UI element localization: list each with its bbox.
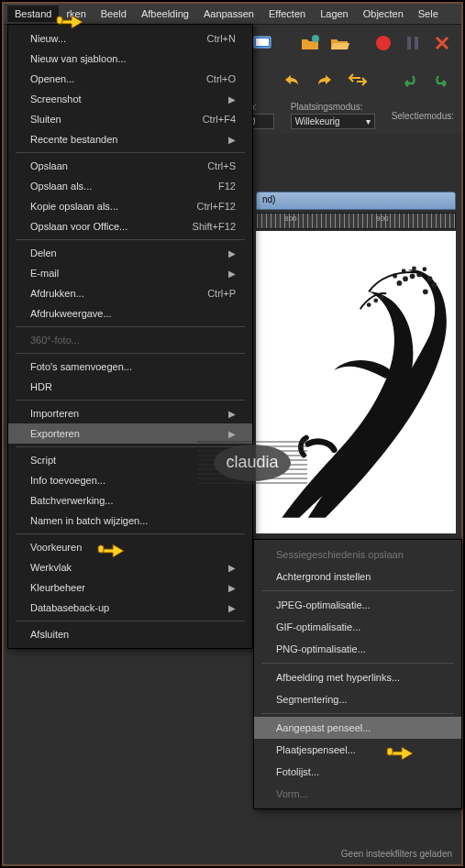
menu-bestand[interactable]: Bestand [7,5,59,22]
menu-separator [16,326,245,327]
menu-item-label: Exporteren [30,428,80,439]
submenu-item[interactable]: Afbeelding met hyperlinks... [254,666,461,688]
svg-point-3 [376,36,391,50]
menu-item[interactable]: Screenshot▶ [8,89,252,109]
menu-item[interactable]: Voorkeuren [8,537,252,557]
undo-alt-icon[interactable] [397,68,421,92]
submenu-item[interactable]: JPEG-optimalisatie... [254,594,461,616]
ruler: 800 900 [256,213,456,229]
submenu-item[interactable]: Aangepast penseel... [254,717,461,739]
menu-item[interactable]: Foto's samenvoegen... [8,357,252,377]
submenu-item: Sessiegeschiedenis opslaan [254,544,461,566]
menu-item[interactable]: Afsluiten [8,624,252,644]
menu-item[interactable]: OpslaanCtrl+S [8,156,252,176]
chevron-right-icon: ▶ [228,563,236,573]
menu-item-label: Opslaan [30,160,68,171]
menu-item-label: Voorkeuren [30,542,82,553]
menu-aanpassen[interactable]: Aanpassen [196,5,261,22]
menu-item[interactable]: HDR [8,377,252,397]
svg-point-17 [367,302,371,307]
menu-item[interactable]: Openen...Ctrl+O [8,69,252,89]
close-icon[interactable] [430,31,454,55]
menu-shortcut: Ctrl+F12 [197,201,237,212]
menu-item-label: Delen [30,247,57,258]
menu-item[interactable]: Importeren▶ [8,403,252,423]
submenu-item[interactable]: PNG-optimalisatie... [254,638,461,660]
menubar: Bestand rken Beeld Afbeelding Aanpassen … [4,4,461,24]
chevron-right-icon: ▶ [228,269,236,279]
record-icon[interactable] [371,31,395,55]
menu-selecties[interactable]: Sele [411,5,446,22]
menu-lagen[interactable]: Lagen [313,5,356,22]
menu-objecten[interactable]: Objecten [356,5,411,22]
screen-icon[interactable] [250,31,274,55]
menu-item-label: Script [30,455,56,466]
svg-rect-5 [415,37,418,49]
menu-item-label: Afsluiten [30,629,69,640]
menu-item[interactable]: Kopie opslaan als...Ctrl+F12 [8,196,252,216]
svg-point-15 [431,282,437,288]
menu-item-label: Info toevoegen... [30,475,105,486]
menu-separator [16,353,245,354]
svg-rect-1 [256,38,269,46]
selectie-label: Selectiemodus: [392,111,454,121]
menu-effecten[interactable]: Effecten [261,5,313,22]
svg-point-19 [380,295,384,300]
pause-icon[interactable] [401,31,425,55]
menu-shortcut: Shift+F12 [193,221,236,232]
menu-item-label: HDR [30,381,52,392]
redo-icon[interactable] [313,68,337,92]
submenu-item[interactable]: Segmentering... [254,688,461,710]
chevron-right-icon: ▶ [228,248,236,258]
menu-afbeelding[interactable]: Afbeelding [134,5,196,22]
menu-beeld[interactable]: Beeld [94,5,134,22]
folder-new-icon[interactable] [298,31,322,55]
svg-point-14 [427,276,433,281]
menu-item-label: Opslaan als... [30,181,92,192]
menu-bewerken[interactable]: rken [59,5,93,22]
menu-item[interactable]: Nieuw...Ctrl+N [8,28,252,49]
file-menu: Nieuw...Ctrl+NNieuw van sjabloon...Opene… [7,24,253,649]
redo-alt-icon[interactable] [430,68,454,92]
menu-item[interactable]: Kleurbeheer▶ [8,577,252,598]
menu-item[interactable]: Opslaan als...F12 [8,176,252,196]
menu-item[interactable]: Nieuw van sjabloon... [8,49,252,69]
submenu-item[interactable]: Plaatjespenseel... [254,739,461,761]
menu-item[interactable]: Afdrukweergave... [8,303,252,324]
menu-item-label: Afdrukken... [30,288,84,299]
submenu-item[interactable]: Fotolijst... [254,761,461,783]
folder-open-icon[interactable] [327,31,351,55]
menu-item[interactable]: Delen▶ [8,243,252,263]
menu-separator [16,400,245,401]
chevron-right-icon: ▶ [228,94,236,104]
svg-point-8 [410,273,415,279]
menu-item[interactable]: Werkvlak▶ [8,557,252,577]
menu-item[interactable]: Recente bestanden▶ [8,129,252,149]
menu-separator [261,663,454,664]
menu-item-label: Sluiten [30,114,61,125]
menu-item-label: Databaseback-up [30,602,109,613]
chevron-right-icon: ▶ [228,135,236,145]
submenu-item[interactable]: Achtergrond instellen [254,566,461,588]
menu-item-label: Kleurbeheer [30,582,85,593]
submenu-item[interactable]: GIF-optimalisatie... [254,616,461,638]
menu-item[interactable]: Namen in batch wijzigen... [8,511,252,531]
plaatsing-select[interactable]: Willekeurig ▾ [291,114,375,129]
chevron-down-icon: ▾ [366,116,371,126]
menu-item-label: Batchverwerking... [30,495,113,506]
svg-rect-4 [407,37,411,49]
undo-icon[interactable] [280,68,304,92]
menu-item[interactable]: Opslaan voor Office...Shift+F12 [8,216,252,236]
swap-icon[interactable] [346,68,370,92]
document-tab[interactable]: nd) [256,192,456,210]
export-submenu: Sessiegeschiedenis opslaanAchtergrond in… [253,539,462,809]
chevron-right-icon: ▶ [228,409,236,419]
menu-separator [261,590,454,591]
menu-item[interactable]: SluitenCtrl+F4 [8,109,252,129]
menu-item-label: Opslaan voor Office... [30,221,127,232]
menu-item[interactable]: Databaseback-up▶ [8,598,252,618]
menu-item: 360°-foto... [8,330,252,350]
chevron-right-icon: ▶ [228,583,236,593]
menu-item[interactable]: Afdrukken...Ctrl+P [8,283,252,303]
menu-item[interactable]: E-mail▶ [8,263,252,283]
